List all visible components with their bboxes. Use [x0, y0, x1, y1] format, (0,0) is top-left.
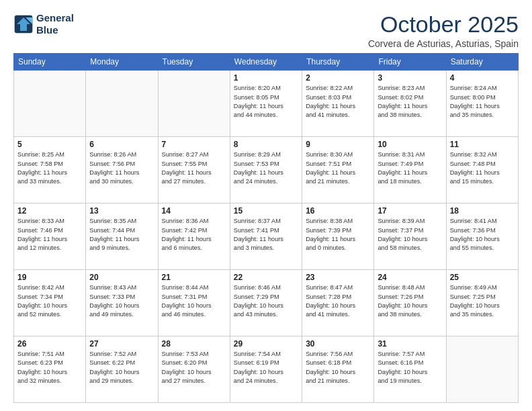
table-row: 20Sunrise: 8:43 AMSunset: 7:33 PMDayligh… [86, 270, 158, 336]
day-number: 17 [378, 206, 442, 216]
table-row: 25Sunrise: 8:49 AMSunset: 7:25 PMDayligh… [446, 270, 518, 336]
day-info: Sunrise: 8:42 AMSunset: 7:34 PMDaylight:… [17, 283, 82, 319]
day-number: 28 [162, 339, 226, 349]
table-row: 15Sunrise: 8:37 AMSunset: 7:41 PMDayligh… [230, 203, 302, 270]
day-info: Sunrise: 8:35 AMSunset: 7:44 PMDaylight:… [89, 217, 154, 253]
day-info: Sunrise: 8:49 AMSunset: 7:25 PMDaylight:… [450, 283, 515, 319]
day-number: 19 [17, 273, 82, 282]
table-row: 19Sunrise: 8:42 AMSunset: 7:34 PMDayligh… [14, 270, 86, 336]
day-number: 21 [162, 273, 226, 282]
day-info: Sunrise: 8:29 AMSunset: 7:53 PMDaylight:… [234, 150, 298, 186]
col-tuesday: Tuesday [158, 54, 230, 71]
title-block: October 2025 Corvera de Asturias, Asturi… [368, 12, 519, 49]
day-info: Sunrise: 7:52 AMSunset: 6:22 PMDaylight:… [89, 350, 154, 385]
col-sunday: Sunday [14, 54, 86, 71]
day-number: 26 [17, 339, 82, 349]
day-info: Sunrise: 8:27 AMSunset: 7:55 PMDaylight:… [162, 150, 226, 186]
table-row: 14Sunrise: 8:36 AMSunset: 7:42 PMDayligh… [158, 203, 230, 270]
month-title: October 2025 [368, 12, 519, 37]
day-number: 29 [234, 339, 298, 349]
day-info: Sunrise: 8:25 AMSunset: 7:58 PMDaylight:… [17, 150, 82, 186]
logo-text: General Blue [36, 12, 74, 36]
table-row: 10Sunrise: 8:31 AMSunset: 7:49 PMDayligh… [374, 137, 446, 203]
day-number: 4 [450, 73, 515, 83]
calendar-week-1: 5Sunrise: 8:25 AMSunset: 7:58 PMDaylight… [14, 137, 519, 203]
day-info: Sunrise: 7:53 AMSunset: 6:20 PMDaylight:… [162, 350, 226, 385]
col-friday: Friday [374, 54, 446, 71]
table-row: 5Sunrise: 8:25 AMSunset: 7:58 PMDaylight… [14, 137, 86, 203]
day-info: Sunrise: 7:51 AMSunset: 6:23 PMDaylight:… [17, 350, 82, 385]
day-number: 11 [450, 140, 515, 149]
day-number: 8 [234, 140, 298, 149]
day-number: 20 [89, 273, 154, 282]
col-monday: Monday [86, 54, 158, 71]
table-row: 6Sunrise: 8:26 AMSunset: 7:56 PMDaylight… [86, 137, 158, 203]
day-info: Sunrise: 8:20 AMSunset: 8:05 PMDaylight:… [234, 84, 298, 120]
col-thursday: Thursday [302, 54, 374, 71]
table-row: 4Sunrise: 8:24 AMSunset: 8:00 PMDaylight… [446, 71, 518, 137]
day-info: Sunrise: 7:57 AMSunset: 6:16 PMDaylight:… [378, 350, 442, 385]
table-row: 7Sunrise: 8:27 AMSunset: 7:55 PMDaylight… [158, 137, 230, 203]
table-row: 24Sunrise: 8:48 AMSunset: 7:26 PMDayligh… [374, 270, 446, 336]
table-row: 29Sunrise: 7:54 AMSunset: 6:19 PMDayligh… [230, 336, 302, 403]
day-number: 6 [89, 140, 154, 149]
table-row: 28Sunrise: 7:53 AMSunset: 6:20 PMDayligh… [158, 336, 230, 403]
table-row: 30Sunrise: 7:56 AMSunset: 6:18 PMDayligh… [302, 336, 374, 403]
day-info: Sunrise: 7:56 AMSunset: 6:18 PMDaylight:… [306, 350, 370, 385]
table-row: 16Sunrise: 8:38 AMSunset: 7:39 PMDayligh… [302, 203, 374, 270]
day-number: 2 [306, 73, 370, 83]
table-row: 22Sunrise: 8:46 AMSunset: 7:29 PMDayligh… [230, 270, 302, 336]
table-row: 21Sunrise: 8:44 AMSunset: 7:31 PMDayligh… [158, 270, 230, 336]
day-info: Sunrise: 8:23 AMSunset: 8:02 PMDaylight:… [378, 84, 442, 120]
day-info: Sunrise: 8:26 AMSunset: 7:56 PMDaylight:… [89, 150, 154, 186]
day-number: 31 [378, 339, 442, 349]
day-number: 7 [162, 140, 226, 149]
day-number: 22 [234, 273, 298, 282]
calendar-header-row: Sunday Monday Tuesday Wednesday Thursday… [14, 54, 519, 71]
table-row: 18Sunrise: 8:41 AMSunset: 7:36 PMDayligh… [446, 203, 518, 270]
day-info: Sunrise: 8:22 AMSunset: 8:03 PMDaylight:… [306, 84, 370, 120]
col-saturday: Saturday [446, 54, 518, 71]
day-number: 23 [306, 273, 370, 282]
day-number: 25 [450, 273, 515, 282]
logo: General Blue [13, 12, 74, 36]
table-row: 17Sunrise: 8:39 AMSunset: 7:37 PMDayligh… [374, 203, 446, 270]
table-row: 8Sunrise: 8:29 AMSunset: 7:53 PMDaylight… [230, 137, 302, 203]
table-row: 2Sunrise: 8:22 AMSunset: 8:03 PMDaylight… [302, 71, 374, 137]
day-number: 10 [378, 140, 442, 149]
day-number: 24 [378, 273, 442, 282]
table-row: 12Sunrise: 8:33 AMSunset: 7:46 PMDayligh… [14, 203, 86, 270]
table-row [158, 71, 230, 137]
day-info: Sunrise: 8:32 AMSunset: 7:48 PMDaylight:… [450, 150, 515, 186]
logo-line1: General [36, 12, 74, 24]
day-number: 15 [234, 206, 298, 216]
day-info: Sunrise: 8:44 AMSunset: 7:31 PMDaylight:… [162, 283, 226, 319]
day-info: Sunrise: 8:38 AMSunset: 7:39 PMDaylight:… [306, 217, 370, 253]
table-row: 13Sunrise: 8:35 AMSunset: 7:44 PMDayligh… [86, 203, 158, 270]
day-info: Sunrise: 8:48 AMSunset: 7:26 PMDaylight:… [378, 283, 442, 319]
table-row: 9Sunrise: 8:30 AMSunset: 7:51 PMDaylight… [302, 137, 374, 203]
location: Corvera de Asturias, Asturias, Spain [368, 38, 519, 49]
day-number: 13 [89, 206, 154, 216]
day-info: Sunrise: 8:33 AMSunset: 7:46 PMDaylight:… [17, 217, 82, 253]
day-info: Sunrise: 8:36 AMSunset: 7:42 PMDaylight:… [162, 217, 226, 253]
logo-line2: Blue [36, 24, 74, 36]
day-number: 5 [17, 140, 82, 149]
table-row [86, 71, 158, 137]
header: General Blue October 2025 Corvera de Ast… [13, 12, 519, 49]
table-row [446, 336, 518, 403]
day-number: 14 [162, 206, 226, 216]
table-row: 23Sunrise: 8:47 AMSunset: 7:28 PMDayligh… [302, 270, 374, 336]
calendar-week-3: 19Sunrise: 8:42 AMSunset: 7:34 PMDayligh… [14, 270, 519, 336]
day-number: 9 [306, 140, 370, 149]
day-info: Sunrise: 8:31 AMSunset: 7:49 PMDaylight:… [378, 150, 442, 186]
day-number: 1 [234, 73, 298, 83]
calendar-week-0: 1Sunrise: 8:20 AMSunset: 8:05 PMDaylight… [14, 71, 519, 137]
day-number: 3 [378, 73, 442, 83]
day-info: Sunrise: 8:43 AMSunset: 7:33 PMDaylight:… [89, 283, 154, 319]
day-number: 16 [306, 206, 370, 216]
table-row: 31Sunrise: 7:57 AMSunset: 6:16 PMDayligh… [374, 336, 446, 403]
day-info: Sunrise: 8:39 AMSunset: 7:37 PMDaylight:… [378, 217, 442, 253]
day-number: 27 [89, 339, 154, 349]
day-info: Sunrise: 7:54 AMSunset: 6:19 PMDaylight:… [234, 350, 298, 385]
